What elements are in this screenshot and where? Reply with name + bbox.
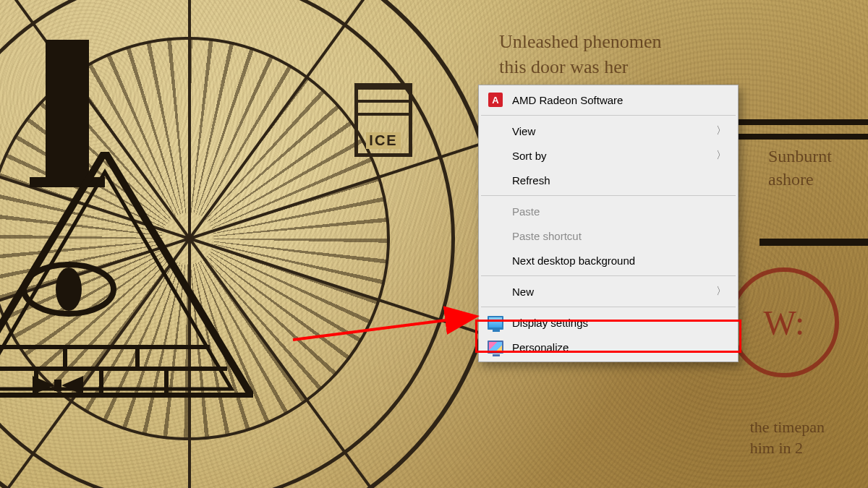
menu-item-amd-radeon-software[interactable]: A AMD Radeon Software — [480, 87, 736, 112]
menu-item-next-desktop-background[interactable]: Next desktop background — [480, 248, 736, 273]
personalize-icon — [488, 339, 503, 355]
wallpaper-stamp: W: — [729, 267, 839, 377]
wallpaper-ice-bag-symbol: ICE — [354, 83, 412, 157]
spacer-icon — [488, 203, 503, 219]
wallpaper-line — [734, 119, 868, 125]
menu-item-label: Paste — [512, 205, 726, 218]
desktop-wallpaper[interactable]: ICE W: Unleashed p​henomen this door was… — [0, 0, 868, 488]
menu-item-label: Paste shortcut — [512, 230, 726, 242]
menu-item-label: New — [512, 286, 716, 298]
spacer-icon — [488, 252, 503, 268]
wallpaper-handwriting: the timepan him in 2 — [750, 416, 825, 459]
menu-item-label: AMD Radeon Software — [512, 94, 726, 106]
menu-item-label: View — [512, 125, 716, 137]
wallpaper-line — [760, 239, 868, 246]
menu-item-label: Refresh — [512, 174, 726, 187]
menu-item-display-settings[interactable]: Display settings — [480, 310, 736, 335]
menu-item-label: Display settings — [512, 317, 726, 329]
menu-separator — [481, 307, 736, 307]
wallpaper-line — [734, 134, 868, 140]
svg-point-3 — [56, 267, 82, 311]
menu-item-personalize[interactable]: Personalize — [480, 335, 736, 359]
svg-rect-13 — [54, 380, 61, 391]
spacer-icon — [488, 283, 503, 299]
svg-marker-12 — [61, 376, 83, 395]
menu-item-paste-shortcut: Paste shortcut — [480, 223, 736, 248]
menu-item-refresh[interactable]: Refresh — [480, 168, 736, 192]
spacer-icon — [488, 228, 503, 244]
wallpaper-pyramid — [0, 152, 253, 398]
menu-item-new[interactable]: New 〉 — [480, 279, 736, 304]
menu-item-sort-by[interactable]: Sort by 〉 — [480, 143, 736, 168]
menu-item-label: Personalize — [512, 341, 726, 354]
spacer-icon — [488, 172, 503, 188]
menu-separator — [481, 195, 736, 196]
ice-label: ICE — [366, 132, 400, 149]
chevron-right-icon: 〉 — [716, 285, 726, 298]
menu-separator — [481, 275, 736, 276]
menu-item-label: Sort by — [512, 150, 716, 162]
spacer-icon — [488, 147, 503, 163]
display-settings-icon — [488, 314, 503, 330]
menu-item-view[interactable]: View 〉 — [480, 119, 736, 143]
menu-item-paste: Paste — [480, 199, 736, 223]
wallpaper-handwriting: Sunburnt ashore — [768, 145, 832, 192]
chevron-right-icon: 〉 — [716, 149, 726, 162]
svg-marker-11 — [33, 376, 54, 395]
spacer-icon — [488, 123, 503, 139]
menu-separator — [481, 115, 736, 116]
svg-marker-1 — [0, 172, 231, 389]
chevron-right-icon: 〉 — [716, 124, 726, 137]
amd-icon: A — [488, 92, 503, 108]
menu-item-label: Next desktop background — [512, 254, 726, 267]
desktop-context-menu: A AMD Radeon Software View 〉 Sort by 〉 R… — [478, 85, 739, 362]
stamp-text: W: — [764, 303, 805, 343]
